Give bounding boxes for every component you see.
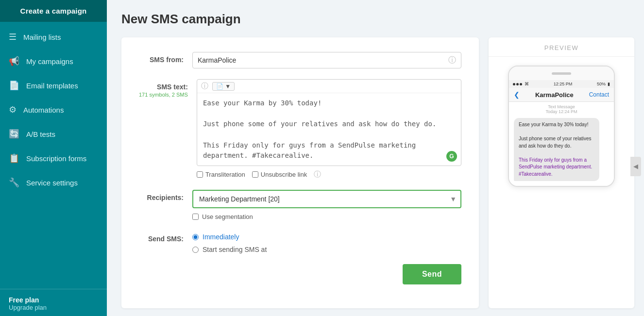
segmentation-row: Use segmentation <box>192 213 461 220</box>
sidebar-item-service-settings[interactable]: 🔧 Service settings <box>0 170 107 195</box>
content-area: SMS from: ⓘ SMS text: 171 symbols, 2 SMS <box>121 37 634 308</box>
unsubscribe-help-icon[interactable]: ⓘ <box>314 170 321 179</box>
sidebar-item-label: A/B tests <box>26 130 55 138</box>
preview-panel: PREVIEW ◀ ⌘ 12:25 PM 50% <box>489 37 634 308</box>
sidebar-item-email-templates[interactable]: 📄 Email templates <box>0 73 107 98</box>
sidebar-item-label: Subscription forms <box>26 154 86 163</box>
sidebar-nav: ☰ Mailing lists 📢 My campaigns 📄 Email t… <box>0 22 107 289</box>
sms-text-sublabel: 171 symbols, 2 SMS <box>139 92 188 98</box>
signal-dot-1 <box>513 83 515 85</box>
ab-tests-icon: 🔄 <box>9 129 19 139</box>
sidebar-item-label: Mailing lists <box>23 33 61 41</box>
sidebar-item-label: Email templates <box>26 82 78 90</box>
phone-contact-name: KarmaPolice <box>535 91 574 99</box>
wifi-icon: ⌘ <box>525 82 529 86</box>
plan-name: Free plan <box>9 296 98 304</box>
sidebar: Create a campaign ☰ Mailing lists 📢 My c… <box>0 0 107 316</box>
transliteration-checkbox[interactable] <box>197 171 203 178</box>
textarea-toolbar: ⓘ 📄 ▼ <box>197 80 461 93</box>
unsubscribe-link-checkbox-label[interactable]: Unsubscribe link <box>252 171 307 178</box>
unsubscribe-link-checkbox[interactable] <box>252 171 258 178</box>
send-sms-radio-group: Immediately Start sending SMS at <box>192 231 461 253</box>
use-segmentation-label[interactable]: Use segmentation <box>202 213 253 220</box>
subscription-forms-icon: 📋 <box>9 153 19 164</box>
sms-text-row: SMS text: 171 symbols, 2 SMS ⓘ 📄 ▼ Ease … <box>139 79 461 179</box>
sms-from-input-wrap: ⓘ <box>192 52 461 68</box>
main-content: New SMS campaign SMS from: ⓘ SMS text: 1… <box>107 0 644 316</box>
recipients-select-wrap: Marketing Department [20] All subscriber… <box>192 190 461 208</box>
send-immediately-label[interactable]: Immediately <box>192 233 461 241</box>
phone-top <box>509 67 614 80</box>
email-templates-icon: 📄 <box>9 80 19 91</box>
textarea-help-icon[interactable]: ⓘ <box>201 82 208 91</box>
send-btn-row: Send <box>139 264 461 284</box>
send-sms-row: Send SMS: Immediately Start sending SMS … <box>139 231 461 253</box>
sidebar-item-label: Service settings <box>26 179 78 187</box>
phone-speaker <box>552 72 571 75</box>
bubble-text-3: This Friday only for guys from a SendPul… <box>519 157 592 177</box>
phone-time: 12:25 PM <box>554 82 573 86</box>
phone-messages: Ease your Karma by 30% today! Just phone… <box>509 115 614 186</box>
page-title: New SMS campaign <box>121 12 634 27</box>
transliteration-checkbox-label[interactable]: Transliteration <box>197 171 245 178</box>
phone-msg-header: Text Message Today 12:24 PM <box>509 102 614 115</box>
mailing-lists-icon: ☰ <box>9 32 17 42</box>
sms-from-help-icon[interactable]: ⓘ <box>448 55 456 66</box>
phone-mockup: ⌘ 12:25 PM 50% ▮ ❮ KarmaPolice Contact <box>508 66 615 187</box>
phone-status-right: 50% ▮ <box>597 82 610 86</box>
phone-battery-icon: ▮ <box>608 82 610 86</box>
send-immediately-radio[interactable] <box>192 234 199 240</box>
sidebar-footer: Free plan Upgrade plan <box>0 289 107 316</box>
sidebar-item-mailing-lists[interactable]: ☰ Mailing lists <box>0 25 107 49</box>
upgrade-link[interactable]: Upgrade plan <box>9 304 98 311</box>
phone-contact-action: Contact <box>589 91 609 98</box>
send-sms-control: Immediately Start sending SMS at <box>192 231 461 253</box>
sms-text-label: SMS text: 171 symbols, 2 SMS <box>139 79 197 98</box>
code-button[interactable]: 📄 ▼ <box>212 82 235 91</box>
sms-textarea-wrap: ⓘ 📄 ▼ Ease your Karma by 30% today! Just… <box>197 79 461 166</box>
my-campaigns-icon: 📢 <box>9 56 19 67</box>
sms-text-input[interactable]: Ease your Karma by 30% today! Just phone… <box>197 93 461 164</box>
sms-from-input[interactable] <box>198 52 445 68</box>
recipients-control: Marketing Department [20] All subscriber… <box>192 190 461 220</box>
automations-icon: ⚙ <box>9 104 17 115</box>
sidebar-item-label: Automations <box>23 106 64 114</box>
sms-from-row: SMS from: ⓘ <box>139 52 461 68</box>
sidebar-item-ab-tests[interactable]: 🔄 A/B tests <box>0 122 107 146</box>
sidebar-item-label: My campaigns <box>26 57 73 66</box>
create-campaign-button[interactable]: Create a campaign <box>0 0 107 22</box>
phone-bubble: Ease your Karma by 30% today! Just phone… <box>514 118 599 181</box>
bubble-text-1: Ease your Karma by 30% today! <box>519 122 588 127</box>
service-settings-icon: 🔧 <box>9 177 19 188</box>
phone-signal-dots: ⌘ <box>513 82 529 86</box>
preview-header: PREVIEW <box>489 37 634 57</box>
preview-toggle-button[interactable]: ◀ <box>630 157 641 176</box>
sidebar-item-automations[interactable]: ⚙ Automations <box>0 98 107 122</box>
use-segmentation-checkbox[interactable] <box>192 214 199 220</box>
send-scheduled-radio[interactable] <box>192 247 199 253</box>
recipients-row: Recipients: Marketing Department [20] Al… <box>139 190 461 220</box>
send-button[interactable]: Send <box>403 264 461 284</box>
grammarly-icon: G <box>446 151 457 162</box>
phone-battery-pct: 50% <box>597 82 606 86</box>
textarea-options: Transliteration Unsubscribe link ⓘ <box>197 170 461 179</box>
recipients-select[interactable]: Marketing Department [20] All subscriber… <box>192 190 461 208</box>
send-scheduled-label[interactable]: Start sending SMS at <box>192 246 461 253</box>
form-panel: SMS from: ⓘ SMS text: 171 symbols, 2 SMS <box>121 37 479 308</box>
sms-from-control: ⓘ <box>192 52 461 68</box>
bubble-text-2: Just phone some of your relatives and as… <box>519 136 592 149</box>
phone-status-bar: ⌘ 12:25 PM 50% ▮ <box>509 80 614 88</box>
sidebar-item-my-campaigns[interactable]: 📢 My campaigns <box>0 49 107 73</box>
sms-text-control: ⓘ 📄 ▼ Ease your Karma by 30% today! Just… <box>197 79 461 179</box>
phone-nav: ❮ KarmaPolice Contact <box>509 88 614 102</box>
sms-from-label: SMS from: <box>139 52 192 64</box>
phone-back-icon: ❮ <box>514 91 520 99</box>
signal-dot-2 <box>516 83 519 85</box>
sidebar-item-subscription-forms[interactable]: 📋 Subscription forms <box>0 146 107 170</box>
recipients-label: Recipients: <box>139 190 192 201</box>
signal-dot-3 <box>520 83 522 85</box>
send-sms-label: Send SMS: <box>139 231 192 243</box>
